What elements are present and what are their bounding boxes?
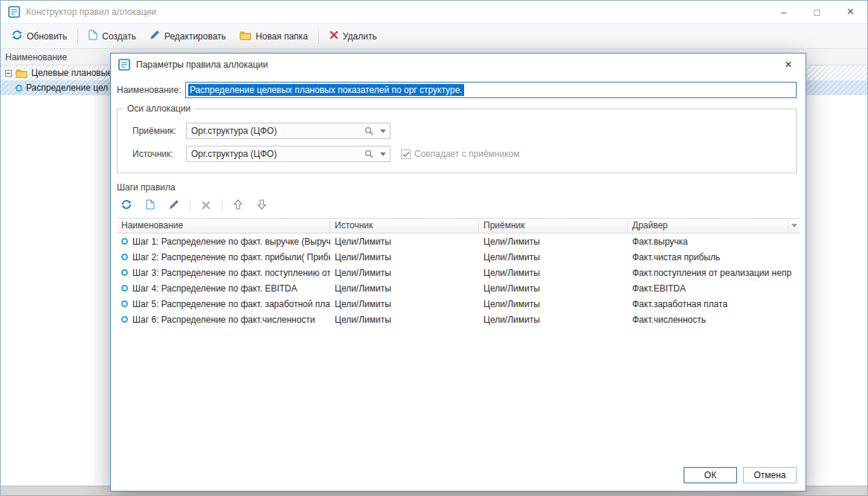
name-input-selected-text: Распределение целевых плановых показател…	[188, 84, 464, 96]
step-circle-icon	[121, 254, 128, 260]
allocation-axes-group: Оси аллокации Приёмник: Орг.структура (Ц…	[117, 109, 797, 173]
create-button[interactable]: Создать	[82, 26, 143, 46]
close-button[interactable]: ×	[834, 1, 867, 23]
chevron-down-icon[interactable]	[376, 146, 390, 161]
receiver-combobox[interactable]: Орг.структура (ЦФО)	[186, 123, 390, 139]
new-folder-button[interactable]: Новая папка	[233, 27, 315, 46]
step-driver: Факт.заработная плата	[628, 299, 800, 309]
window-controls: – □ ×	[767, 1, 867, 23]
dialog-title: Параметры правила аллокации	[136, 59, 268, 70]
step-receiver: Цели/Лимиты	[479, 315, 628, 325]
step-name: Шаг 1: Распределение по факт. выручке (В…	[132, 236, 330, 247]
step-receiver: Цели/Лимиты	[479, 236, 628, 247]
steps-section-title: Шаги правила	[111, 173, 806, 193]
checkbox-check-icon	[401, 149, 411, 159]
steps-move-down-button[interactable]	[254, 199, 270, 213]
search-icon[interactable]	[361, 126, 376, 135]
delete-button[interactable]: Удалить	[323, 27, 384, 45]
chevron-down-icon[interactable]	[376, 123, 390, 138]
steps-delete-button[interactable]	[198, 199, 214, 213]
step-name: Шаг 2: Распределение по факт. прибыли( П…	[132, 252, 330, 263]
steps-table: Наименование Источник Приёмник Драйвер Ш…	[117, 218, 800, 327]
receiver-value: Орг.структура (ЦФО)	[187, 126, 361, 136]
matches-receiver-checkbox[interactable]: Совпадает с приёмником	[401, 149, 519, 159]
dialog-buttons: ОК Отмена	[684, 467, 797, 483]
step-source: Цели/Лимиты	[330, 252, 479, 263]
delete-x-icon	[202, 199, 210, 213]
main-toolbar: Обновить Создать Редактировать Новая пап…	[1, 23, 867, 49]
column-header-name[interactable]: Наименование	[117, 219, 330, 233]
source-row: Источник: Орг.структура (ЦФО) Совпадает …	[132, 146, 787, 162]
refresh-button[interactable]: Обновить	[5, 26, 74, 46]
toolbar-separator	[77, 29, 78, 44]
receiver-label: Приёмник:	[132, 126, 186, 136]
column-header-driver[interactable]: Драйвер	[628, 219, 788, 233]
step-source: Цели/Лимиты	[330, 236, 479, 247]
step-source: Цели/Лимиты	[330, 315, 479, 325]
table-row[interactable]: Шаг 4: Распределение по факт. EBITDA Цел…	[117, 280, 800, 296]
name-field-label: Наименование:	[117, 85, 185, 95]
folder-label: Целевые плановые п	[31, 68, 120, 78]
refresh-icon	[12, 30, 22, 42]
maximize-button[interactable]: □	[800, 1, 834, 23]
step-circle-icon	[121, 300, 128, 307]
main-window: Конструктор правил аллокации – □ × Обнов…	[0, 0, 868, 496]
table-row[interactable]: Шаг 6: Распределение по факт.численности…	[117, 312, 800, 327]
folder-icon	[16, 68, 28, 78]
table-row[interactable]: Шаг 1: Распределение по факт. выручке (В…	[117, 233, 800, 249]
dialog-close-button[interactable]: ×	[777, 55, 800, 74]
edit-button[interactable]: Редактировать	[143, 26, 233, 46]
step-driver: Факт.численность	[628, 315, 800, 325]
rule-label: Распределение цел	[26, 83, 108, 93]
step-driver: Факт.EBITDA	[628, 283, 800, 294]
step-circle-icon	[121, 269, 128, 276]
dialog-title-bar: Параметры правила аллокации ×	[111, 54, 806, 76]
refresh-icon	[121, 199, 132, 213]
matches-receiver-label: Совпадает с приёмником	[414, 149, 519, 159]
pencil-icon	[150, 30, 160, 42]
window-title: Конструктор правил аллокации	[26, 7, 156, 17]
step-receiver: Цели/Лимиты	[479, 252, 628, 263]
column-header-source[interactable]: Источник	[330, 219, 479, 233]
create-label: Создать	[102, 31, 136, 42]
column-chooser-icon[interactable]	[788, 219, 800, 233]
step-circle-icon	[121, 316, 128, 323]
table-row[interactable]: Шаг 2: Распределение по факт. прибыли( П…	[117, 249, 800, 265]
steps-add-button[interactable]	[142, 199, 158, 213]
step-name: Шаг 5: Распределение по факт. заработной…	[132, 299, 330, 309]
step-receiver: Цели/Лимиты	[479, 283, 628, 294]
step-name: Шаг 3: Распределение по факт. поступлени…	[132, 268, 330, 278]
cancel-button[interactable]: Отмена	[743, 467, 797, 483]
ok-button[interactable]: ОК	[684, 467, 737, 483]
dialog-icon	[118, 59, 130, 71]
source-label: Источник:	[132, 149, 186, 159]
receiver-row: Приёмник: Орг.структура (ЦФО)	[132, 123, 787, 139]
step-source: Цели/Лимиты	[330, 299, 479, 309]
delete-label: Удалить	[343, 31, 377, 42]
steps-refresh-button[interactable]	[118, 199, 135, 213]
steps-toolbar	[111, 193, 806, 218]
source-combobox[interactable]: Орг.структура (ЦФО)	[186, 146, 390, 162]
new-folder-label: Новая папка	[256, 31, 308, 42]
allocation-rule-dialog: Параметры правила аллокации × Наименован…	[110, 53, 806, 492]
delete-x-icon	[329, 30, 338, 42]
search-icon[interactable]	[361, 149, 376, 158]
step-name: Шаг 4: Распределение по факт. EBITDA	[132, 283, 298, 294]
step-circle-icon	[121, 285, 128, 292]
column-header-receiver[interactable]: Приёмник	[479, 219, 628, 233]
collapse-icon[interactable]	[5, 70, 12, 77]
steps-toolbar-separator	[190, 199, 190, 213]
table-row[interactable]: Шаг 3: Распределение по факт. поступлени…	[117, 265, 800, 280]
minimize-button[interactable]: –	[767, 1, 800, 23]
step-driver: Факт.выручка	[628, 236, 800, 247]
steps-toolbar-separator	[222, 199, 222, 213]
step-receiver: Цели/Лимиты	[479, 268, 628, 278]
name-input[interactable]: Распределение целевых плановых показател…	[185, 82, 797, 98]
title-bar: Конструктор правил аллокации – □ ×	[1, 1, 867, 23]
steps-edit-button[interactable]	[166, 199, 182, 213]
axes-group-title: Оси аллокации	[123, 103, 194, 114]
app-icon	[8, 6, 20, 18]
step-driver: Факт.чистая прибыль	[628, 252, 800, 263]
table-row[interactable]: Шаг 5: Распределение по факт. заработной…	[117, 296, 800, 312]
steps-move-up-button[interactable]	[230, 199, 246, 213]
